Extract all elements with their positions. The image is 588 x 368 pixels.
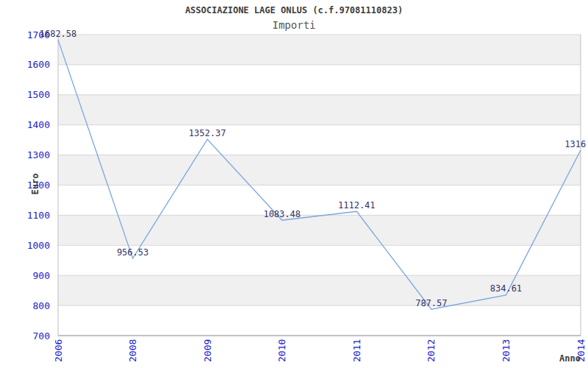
y-tick-label: 800	[33, 300, 50, 311]
band-row	[58, 65, 581, 95]
data-point-label: 1352.37	[189, 128, 226, 138]
x-tick-label: 2006	[53, 339, 64, 362]
y-tick-label: 1400	[27, 119, 50, 130]
y-tick-label: 1100	[27, 210, 50, 221]
x-tick-label: 2013	[501, 339, 512, 362]
data-point-label: 787.57	[415, 298, 447, 308]
band-row	[58, 305, 581, 336]
data-point-label: 834.61	[490, 283, 522, 294]
band-row	[58, 215, 581, 245]
y-tick-label: 1300	[27, 149, 50, 160]
band-row	[58, 155, 581, 185]
x-tick-label: 2008	[127, 339, 138, 362]
x-axis-tick-labels: 20062008200920102011201220132014	[53, 339, 587, 362]
chart-subtitle: Importi	[0, 19, 588, 31]
x-tick-label: 2009	[202, 339, 213, 362]
plot-area: 1700160015001400130012001100100090080070…	[0, 0, 588, 368]
data-point-label: 1316.1	[564, 139, 588, 149]
band-row	[58, 125, 581, 155]
x-tick-label: 2012	[426, 339, 437, 362]
y-tick-label: 1000	[27, 240, 50, 251]
importi-line-chart: ASSOCIAZIONE LAGE ONLUS (c.f.97081110823…	[0, 0, 588, 368]
y-axis-title: Euro	[30, 174, 40, 195]
y-tick-label: 1600	[27, 59, 50, 70]
x-tick-label: 2011	[351, 339, 362, 362]
band-row	[58, 35, 581, 65]
x-tick-label: 2010	[276, 339, 287, 362]
data-point-label: 956.53	[117, 247, 148, 258]
y-tick-label: 1500	[27, 89, 50, 100]
band-row	[58, 185, 581, 216]
chart-title: ASSOCIAZIONE LAGE ONLUS (c.f.97081110823…	[0, 5, 588, 15]
data-point-label: 1083.48	[263, 209, 301, 219]
y-tick-label: 900	[33, 270, 50, 281]
y-tick-label: 700	[33, 330, 50, 342]
band-row	[58, 95, 581, 125]
x-axis-title: Anno	[559, 353, 581, 364]
data-point-label: 1112.41	[338, 200, 376, 210]
